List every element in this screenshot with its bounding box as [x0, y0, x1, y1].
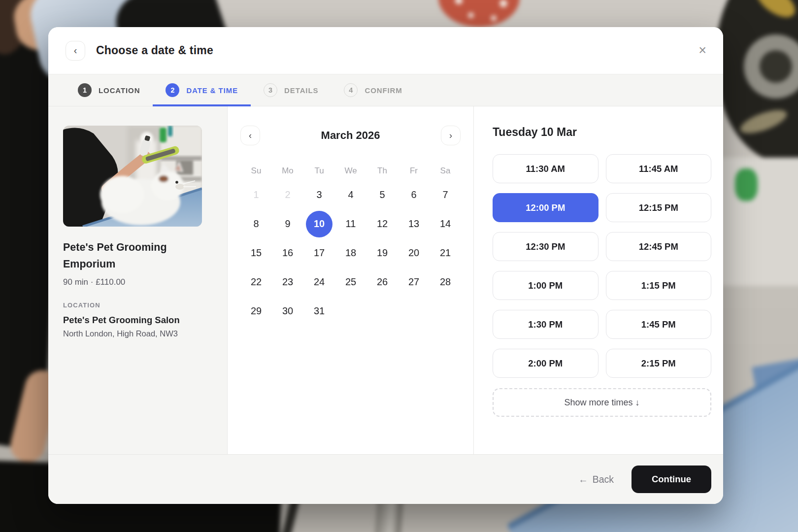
calendar-day-25[interactable]: 25 [335, 267, 366, 297]
calendar-day-label: 11 [337, 211, 364, 237]
time-slot-12-15-pm[interactable]: 12:15 PM [606, 193, 712, 222]
calendar-day-4[interactable]: 4 [335, 180, 366, 209]
time-slot-11-45-am[interactable]: 11:45 AM [606, 154, 712, 183]
calendar-day-label: 12 [369, 211, 396, 237]
calendar-day-label: 21 [432, 240, 459, 266]
time-slot-1-45-pm[interactable]: 1:45 PM [606, 310, 712, 339]
calendar-day-26[interactable]: 26 [366, 267, 398, 297]
calendar-day-label: 26 [369, 269, 396, 296]
step-date-time[interactable]: 2 DATE & TIME [153, 74, 251, 106]
calendar-next-button[interactable]: › [441, 126, 461, 145]
back-button[interactable]: ← Back [578, 474, 614, 485]
calendar-day-15[interactable]: 15 [240, 238, 272, 267]
arrow-down-icon: ↓ [635, 398, 640, 407]
calendar-day-22[interactable]: 22 [240, 267, 272, 297]
calendar-day-27[interactable]: 27 [398, 267, 430, 297]
time-slot-1-30-pm[interactable]: 1:30 PM [493, 310, 598, 339]
step-confirm[interactable]: 4 CONFIRM [331, 74, 415, 106]
day-of-week-label: Su [240, 162, 272, 180]
calendar-day-13[interactable]: 13 [398, 209, 430, 238]
service-photo [63, 126, 202, 227]
calendar-day-label: 22 [243, 269, 269, 296]
chevron-right-icon: › [449, 131, 452, 141]
calendar-prev-button[interactable]: ‹ [240, 126, 260, 145]
calendar-day-label: 14 [432, 211, 459, 237]
day-of-week-label: Mo [272, 162, 303, 180]
time-slot-2-15-pm[interactable]: 2:15 PM [606, 349, 712, 378]
calendar-day-14[interactable]: 14 [430, 209, 461, 238]
calendar-day-label: 1 [243, 182, 269, 208]
header-back-button[interactable]: ‹ [66, 41, 85, 61]
calendar-day-label: 9 [274, 211, 301, 237]
time-slot-2-00-pm[interactable]: 2:00 PM [493, 349, 598, 378]
close-button[interactable]: × [698, 44, 706, 57]
times-panel: Tuesday 10 Mar 11:30 AM11:45 AM12:00 PM1… [474, 106, 723, 454]
calendar-day-20[interactable]: 20 [398, 238, 430, 267]
day-of-week-label: Sa [430, 162, 461, 180]
time-slot-1-15-pm[interactable]: 1:15 PM [606, 271, 712, 300]
calendar-day-8[interactable]: 8 [240, 209, 272, 238]
back-button-label: Back [593, 474, 614, 485]
time-slot-1-00-pm[interactable]: 1:00 PM [493, 271, 598, 300]
calendar-day-16[interactable]: 16 [272, 238, 303, 267]
calendar-day-label: 28 [432, 269, 459, 296]
service-duration-price: 90 min · £110.00 [63, 277, 212, 287]
service-name: Pete's Pet Grooming Emporium [63, 239, 212, 273]
calendar-day-label: 20 [400, 240, 427, 266]
page-title: Choose a date & time [96, 44, 213, 57]
calendar-day-5[interactable]: 5 [366, 180, 398, 209]
calendar-day-24[interactable]: 24 [303, 267, 335, 297]
calendar-day-10[interactable]: 10 [303, 209, 335, 238]
calendar-day-17[interactable]: 17 [303, 238, 335, 267]
calendar-month-label: March 2026 [321, 129, 380, 142]
calendar-day-label: 2 [274, 182, 301, 208]
continue-button[interactable]: Continue [632, 466, 711, 493]
calendar-day-label: 23 [274, 269, 301, 296]
step-label: CONFIRM [365, 86, 402, 95]
calendar-grid: 1234567891011121314151617181920212223242… [240, 180, 461, 326]
step-location[interactable]: 1 LOCATION [65, 74, 153, 106]
calendar-day-7[interactable]: 7 [430, 180, 461, 209]
selected-date-heading: Tuesday 10 Mar [493, 126, 711, 139]
calendar-day-label: 3 [306, 182, 332, 208]
calendar-day-label: 27 [400, 269, 427, 296]
calendar-day-label: 17 [306, 240, 332, 266]
time-slot-12-00-pm[interactable]: 12:00 PM [493, 193, 598, 222]
close-icon: × [698, 43, 706, 58]
time-slot-grid: 11:30 AM11:45 AM12:00 PM12:15 PM12:30 PM… [493, 154, 711, 378]
calendar-day-3[interactable]: 3 [303, 180, 335, 209]
time-slot-11-30-am[interactable]: 11:30 AM [493, 154, 598, 183]
calendar-day-28[interactable]: 28 [430, 267, 461, 297]
calendar-day-label: 19 [369, 240, 396, 266]
calendar-day-6[interactable]: 6 [398, 180, 430, 209]
calendar-day-29[interactable]: 29 [240, 297, 272, 326]
step-number-badge: 4 [344, 83, 358, 97]
calendar-day-label: 6 [400, 182, 427, 208]
calendar-day-11[interactable]: 11 [335, 209, 366, 238]
calendar-day-21[interactable]: 21 [430, 238, 461, 267]
calendar-day-31[interactable]: 31 [303, 297, 335, 326]
calendar-day-label: 18 [337, 240, 364, 266]
calendar-day-23[interactable]: 23 [272, 267, 303, 297]
calendar-day-19[interactable]: 19 [366, 238, 398, 267]
calendar-day-headers: SuMoTuWeThFrSa [240, 162, 461, 180]
calendar-day-9[interactable]: 9 [272, 209, 303, 238]
step-label: DATE & TIME [186, 86, 238, 95]
calendar-day-label: 30 [274, 298, 301, 325]
calendar-empty-cell [430, 297, 461, 326]
calendar-day-label: 8 [243, 211, 269, 237]
calendar-day-30[interactable]: 30 [272, 297, 303, 326]
show-more-times-button[interactable]: Show more times ↓ [493, 388, 711, 417]
time-slot-12-45-pm[interactable]: 12:45 PM [606, 232, 712, 261]
service-panel: Pete's Pet Grooming Emporium 90 min · £1… [48, 106, 228, 454]
step-details[interactable]: 3 DETAILS [251, 74, 331, 106]
calendar-day-12[interactable]: 12 [366, 209, 398, 238]
calendar-day-18[interactable]: 18 [335, 238, 366, 267]
calendar-day-2: 2 [272, 180, 303, 209]
step-label: LOCATION [99, 86, 140, 95]
time-slot-12-30-pm[interactable]: 12:30 PM [493, 232, 598, 261]
location-name: Pete's Pet Grooming Salon [63, 315, 212, 326]
calendar-day-label: 24 [306, 269, 332, 296]
calendar-day-label: 15 [243, 240, 269, 266]
day-of-week-label: Fr [398, 162, 430, 180]
